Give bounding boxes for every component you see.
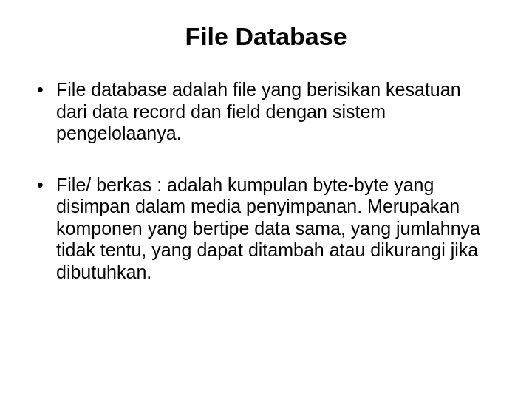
list-item: File database adalah file yang berisikan… [37,79,495,145]
list-item: File/ berkas : adalah kumpulan byte-byte… [37,174,495,284]
bullet-list: File database adalah file yang berisikan… [37,79,495,283]
slide-title: File Database [37,22,495,51]
